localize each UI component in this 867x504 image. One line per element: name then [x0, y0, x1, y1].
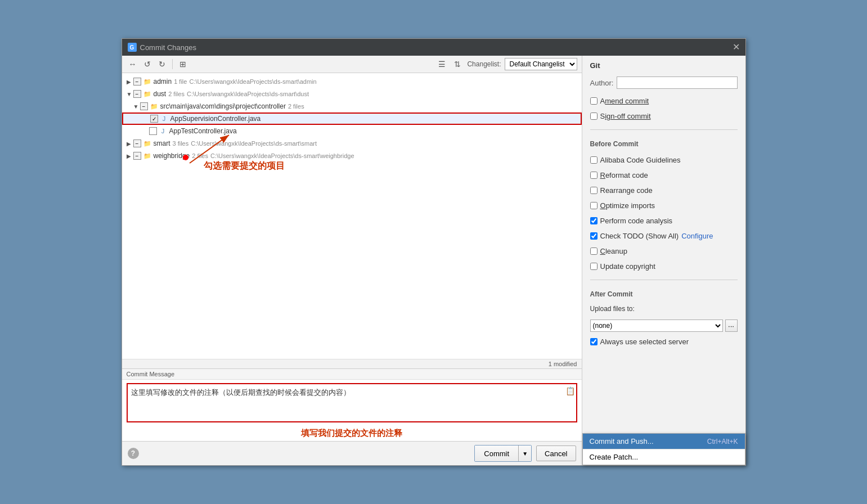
signoff-commit-label: Sign-off commit — [600, 112, 651, 120]
java-icon: J — [159, 127, 167, 135]
modified-count: 1 modified — [549, 361, 577, 367]
always-use-checkbox[interactable] — [590, 338, 598, 345]
toolbar-separator-1 — [172, 59, 173, 69]
create-patch-item[interactable]: Create Patch... — [583, 449, 745, 465]
signoff-commit-row: Sign-off commit — [590, 112, 738, 120]
commit-button[interactable]: Commit — [475, 446, 519, 461]
checktodo-checkbox[interactable] — [590, 232, 598, 240]
tree-item-dust[interactable]: ▼ − 📁 dust 2 files C:\Users\wangxk\IdeaP… — [122, 88, 582, 100]
main-content: ↔ ↺ ↻ ⊞ ☰ ⇅ Changelist: Default Changeli… — [122, 56, 745, 465]
optimize-label: Optimize imports — [600, 201, 655, 210]
alibaba-label: Alibaba Code Guidelines — [600, 156, 681, 164]
perform-row: Perform code analysis — [590, 217, 738, 225]
left-panel: ↔ ↺ ↻ ⊞ ☰ ⇅ Changelist: Default Changeli… — [122, 56, 582, 465]
sort2-btn[interactable]: ⇅ — [451, 58, 464, 70]
before-commit-title: Before Commit — [590, 140, 738, 148]
upload-select[interactable]: (none) — [590, 320, 723, 332]
app-icon: G — [128, 43, 137, 52]
folder-icon: 📁 — [143, 152, 151, 160]
move-to-changelist-btn[interactable]: ↔ — [127, 58, 139, 70]
commit-message-header: Commit Message — [122, 369, 582, 380]
alibaba-checkbox[interactable] — [590, 156, 598, 164]
arrow-icon: ▶ — [127, 153, 133, 159]
group-btn[interactable]: ⊞ — [177, 58, 189, 70]
item-meta-dust: 2 files — [168, 91, 185, 97]
rearrange-row: Rearrange code — [590, 186, 738, 195]
tree-item-appsuper[interactable]: ✓ J AppSupervisionController.java — [122, 112, 582, 125]
changelist-select[interactable]: Default Changelist — [505, 58, 577, 70]
commit-dropdown-button[interactable]: ▼ — [519, 446, 531, 461]
amend-commit-row: Amend commit — [590, 97, 738, 105]
author-label: Author: — [590, 79, 614, 87]
reformat-checkbox[interactable] — [590, 172, 598, 179]
folder-icon: 📁 — [143, 78, 151, 86]
cleanup-row: Cleanup — [590, 247, 738, 255]
amend-a: A — [600, 97, 605, 105]
item-path-dust: C:\Users\wangxk\IdeaProjects\ds-smart\du… — [187, 91, 309, 97]
checkbox-smart[interactable]: − — [133, 140, 141, 147]
checkbox-weighbridge[interactable]: − — [133, 152, 141, 160]
upload-label: Upload files to: — [590, 305, 738, 313]
rearrange-checkbox[interactable] — [590, 187, 598, 194]
item-name-src: src\main\java\com\dingsi\project\control… — [160, 102, 286, 110]
updatecopy-label: Update copyright — [600, 262, 655, 271]
updatecopy-checkbox[interactable] — [590, 263, 598, 270]
dots-button[interactable]: ··· — [725, 320, 738, 332]
tree-item-admin[interactable]: ▶ − 📁 admin 1 file C:\Users\wangxk\IdeaP… — [122, 75, 582, 88]
sort-btn[interactable]: ☰ — [435, 58, 448, 70]
commit-changes-dialog: G Commit Changes ✕ ↔ ↺ ↻ ⊞ ☰ ⇅ Changelis… — [122, 38, 746, 466]
checktodo-row: Check TODO (Show All) Configure — [590, 232, 738, 240]
cleanup-checkbox[interactable] — [590, 248, 598, 255]
git-section-title: Git — [590, 61, 738, 70]
arrow-icon: ▶ — [127, 141, 133, 147]
amend-commit-checkbox[interactable] — [590, 97, 598, 105]
optimize-row: Optimize imports — [590, 201, 738, 210]
checkbox-src[interactable]: − — [140, 102, 148, 110]
create-patch-label: Create Patch... — [590, 453, 639, 461]
author-input[interactable] — [617, 76, 737, 89]
help-button[interactable]: ? — [128, 448, 139, 459]
checkbox-admin[interactable]: − — [133, 78, 141, 86]
bottom-bar: ? Commit ▼ Cancel — [122, 441, 582, 465]
item-name-dust: dust — [154, 90, 167, 98]
close-button[interactable]: ✕ — [733, 43, 740, 52]
checkbox-appsuper[interactable]: ✓ — [150, 115, 158, 123]
commit-and-push-item[interactable]: Commit and Push... Ctrl+Alt+K — [583, 434, 745, 449]
after-commit-divider — [590, 280, 738, 280]
amend-commit-label: Amend commit — [600, 97, 649, 105]
checktodo-label: Check TODO (Show All) — [600, 232, 679, 240]
signoff-s: S — [600, 112, 605, 120]
item-name-admin: admin — [154, 78, 172, 86]
perform-checkbox[interactable] — [590, 217, 598, 224]
reformat-row: Reformat code — [590, 171, 738, 179]
optimize-checkbox[interactable] — [590, 202, 598, 209]
tree-item-src[interactable]: ▼ − 📁 src\main\java\com\dingsi\project\c… — [122, 100, 582, 112]
item-meta-src: 2 files — [288, 103, 304, 110]
rearrange-label: Rearrange code — [600, 186, 653, 195]
upload-row: (none) ··· — [590, 320, 738, 332]
java-icon: J — [160, 115, 168, 123]
title-bar-left: G Commit Changes — [128, 43, 196, 52]
folder-icon: 📁 — [143, 140, 151, 147]
folder-icon: 📁 — [143, 90, 151, 98]
item-path-admin: C:\Users\wangxk\IdeaProjects\ds-smart\ad… — [189, 78, 316, 85]
title-bar: G Commit Changes ✕ — [122, 39, 745, 56]
commit-message-box[interactable]: 这里填写修改的文件的注释（以便后期查找的时候会看提交的内容） — [127, 383, 577, 422]
item-name-smart: smart — [154, 140, 170, 147]
changelist-label: Changelist: — [467, 60, 501, 68]
updatecopy-row: Update copyright — [590, 262, 738, 271]
toolbar-right: ☰ ⇅ Changelist: Default Changelist — [435, 58, 577, 70]
update-btn[interactable]: ↻ — [156, 58, 168, 70]
signoff-commit-checkbox[interactable] — [590, 112, 598, 120]
cancel-button[interactable]: Cancel — [536, 446, 576, 461]
checkbox-apptest[interactable] — [149, 127, 157, 135]
always-use-label: Always use selected server — [600, 338, 689, 346]
signoff-text: ign-off commit — [605, 112, 650, 120]
item-name-appsuper: AppSupervisionController.java — [170, 115, 261, 123]
svg-line-1 — [190, 135, 229, 163]
tree-item-wrapper-appsuper: ✓ J AppSupervisionController.java — [122, 112, 582, 125]
arrow-icon: ▼ — [127, 91, 133, 97]
configure-link[interactable]: Configure — [681, 232, 713, 240]
refresh-btn[interactable]: ↺ — [141, 58, 154, 70]
checkbox-dust[interactable]: − — [133, 90, 141, 98]
